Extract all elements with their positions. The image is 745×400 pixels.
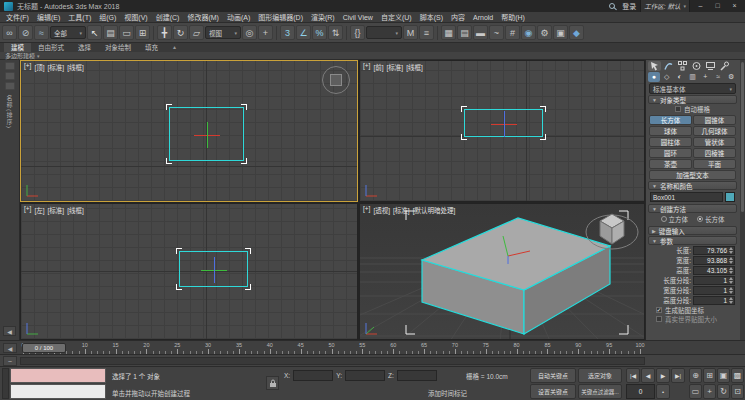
parameter-spinner-4[interactable]: 1 xyxy=(693,286,735,295)
viewport-top[interactable]: [+] [顶] [标准] [线框] xyxy=(20,60,358,202)
key-mode-toggle[interactable]: • xyxy=(656,384,670,399)
keyboard-entry-rollout-header[interactable]: ▶ 键盘输入 xyxy=(648,226,737,235)
toggle-layer-explorer-icon[interactable]: ▤ xyxy=(457,25,472,40)
menu-item-3[interactable]: 组(G) xyxy=(95,12,120,23)
app-logo-icon[interactable] xyxy=(4,2,13,11)
selected-objects-dropdown[interactable]: 选定对象 xyxy=(578,368,622,383)
helpers-category[interactable]: + xyxy=(699,72,711,82)
scene-explorer-strip[interactable]: 名称(排序) ◀ xyxy=(0,60,20,340)
viewport-shading-button[interactable]: [标准] xyxy=(393,205,410,215)
menu-item-13[interactable]: 内容 xyxy=(447,12,469,23)
unlink-selection-icon[interactable]: ⊘ xyxy=(18,25,33,40)
spinner-down-icon[interactable] xyxy=(729,301,733,304)
menu-item-9[interactable]: 渲染(R) xyxy=(307,12,339,23)
edit-named-selection-sets-icon[interactable]: {} xyxy=(350,25,365,40)
viewport-menu-button[interactable]: [+] xyxy=(24,205,31,215)
object-button-6[interactable]: 圆环 xyxy=(649,148,692,158)
viewport-name-button[interactable]: [透视] xyxy=(373,205,390,215)
orbit-button[interactable]: ↻ xyxy=(717,384,730,399)
creation-method-option-1[interactable]: 长方体 xyxy=(697,214,725,224)
maximize-button[interactable]: □ xyxy=(711,0,724,12)
key-filters-button[interactable]: 关键点过滤器... xyxy=(578,384,622,399)
viewcube[interactable] xyxy=(322,66,350,94)
curve-editor-icon[interactable]: ~ xyxy=(489,25,504,40)
viewport-shading-button[interactable]: [标准] xyxy=(387,62,404,72)
y-coordinate-field[interactable] xyxy=(345,370,385,381)
modify-tab[interactable] xyxy=(662,61,675,71)
create-viewport-layout-tab-button[interactable]: ◀ xyxy=(3,326,16,336)
track-bar-strip[interactable] xyxy=(20,357,645,365)
geometry-category[interactable]: ● xyxy=(648,72,660,82)
maxscript-macro-recorder-field[interactable] xyxy=(10,368,106,383)
schematic-view-icon[interactable]: # xyxy=(505,25,520,40)
time-slider[interactable]: 0 / 100 xyxy=(22,343,66,353)
name-color-rollout-header[interactable]: ▼ 名称和颜色 xyxy=(648,181,737,190)
play-button[interactable]: ▶ xyxy=(656,368,670,383)
selection-filter-dropdown[interactable]: 全部▾ xyxy=(50,26,86,39)
timeline-ruler[interactable]: 0 / 100 05101520253035404550556065707580… xyxy=(20,341,645,355)
spinner-down-icon[interactable] xyxy=(729,251,733,254)
use-pivot-point-icon[interactable]: ◎ xyxy=(242,25,257,40)
rendered-frame-window-icon[interactable]: ▣ xyxy=(553,25,568,40)
parameter-spinner-3[interactable]: 1 xyxy=(693,276,735,285)
x-coordinate-field[interactable] xyxy=(293,370,333,381)
viewport-shading-button[interactable]: [标准] xyxy=(48,62,65,72)
ribbon-collapse-icon[interactable]: ▴ xyxy=(173,43,176,52)
creation-method-option-0[interactable]: 立方体 xyxy=(661,214,689,224)
select-and-scale-icon[interactable]: ▱ xyxy=(189,25,204,40)
select-and-link-icon[interactable]: ∞ xyxy=(2,25,17,40)
scene-explorer-filter-icon[interactable] xyxy=(5,72,15,80)
menu-item-1[interactable]: 编辑(E) xyxy=(33,12,64,23)
y-axis-gizmo[interactable] xyxy=(207,122,208,148)
viewport-left[interactable]: [+] [左] [标准] [线框] xyxy=(20,203,358,340)
z-axis-gizmo[interactable] xyxy=(504,111,505,137)
bind-to-space-warp-icon[interactable]: ≈ xyxy=(34,25,49,40)
ribbon-tab-1[interactable]: 自由形式 xyxy=(31,43,71,52)
ribbon-tab-3[interactable]: 对象绘制 xyxy=(98,43,138,52)
object-color-swatch[interactable] xyxy=(725,192,735,202)
pan-view-button[interactable]: + xyxy=(703,384,716,399)
lights-category[interactable]: ◐ xyxy=(674,72,686,82)
object-button-7[interactable]: 四棱锥 xyxy=(693,148,736,158)
menu-item-6[interactable]: 修改器(M) xyxy=(183,12,223,23)
shapes-category[interactable]: ◇ xyxy=(661,72,673,82)
spinner-arrows[interactable] xyxy=(728,247,734,254)
menu-item-11[interactable]: 自定义(U) xyxy=(377,12,416,23)
maxscript-listener-field[interactable] xyxy=(10,384,106,399)
box-wireframe-left-view[interactable] xyxy=(179,251,248,287)
spinner-up-icon[interactable] xyxy=(729,297,733,300)
spinner-up-icon[interactable] xyxy=(729,267,733,270)
checkbox-icon[interactable]: ✓ xyxy=(656,307,662,313)
object-button-2[interactable]: 球体 xyxy=(649,126,692,136)
object-button-1[interactable]: 圆锥体 xyxy=(693,115,736,125)
go-to-end-button[interactable]: ▶| xyxy=(671,368,685,383)
viewport-shading-button[interactable]: [标准] xyxy=(48,205,65,215)
menu-item-7[interactable]: 动画(A) xyxy=(223,12,254,23)
ribbon-tab-4[interactable]: 填充 xyxy=(138,43,165,52)
spinner-down-icon[interactable] xyxy=(729,261,733,264)
select-and-move-icon[interactable]: ╋ xyxy=(157,25,172,40)
toggle-ribbon-icon[interactable]: ▬ xyxy=(473,25,488,40)
parameters-rollout-header[interactable]: ▼ 参数 xyxy=(648,236,737,245)
menu-item-5[interactable]: 创建(C) xyxy=(152,12,184,23)
parameter-spinner-0[interactable]: 79.766 xyxy=(693,246,735,255)
parameter-spinner-1[interactable]: 93.868 xyxy=(693,256,735,265)
select-object-icon[interactable]: ↖ xyxy=(87,25,102,40)
spinner-arrows[interactable] xyxy=(728,277,734,284)
object-button-4[interactable]: 圆柱体 xyxy=(649,137,692,147)
viewport-wireframe-button[interactable]: [线框] xyxy=(406,62,423,72)
menu-item-12[interactable]: 脚本(S) xyxy=(416,12,447,23)
spinner-arrows[interactable] xyxy=(728,287,734,294)
selection-lock-toggle[interactable] xyxy=(266,376,279,390)
angle-snap-icon[interactable]: ∠ xyxy=(296,25,311,40)
viewport-menu-button[interactable]: [+] xyxy=(24,62,31,72)
command-panel-scrollbar[interactable] xyxy=(740,60,745,340)
align-icon[interactable]: ≡ xyxy=(419,25,434,40)
object-button-textplus[interactable]: 加强型文本 xyxy=(649,170,736,180)
object-button-5[interactable]: 管状体 xyxy=(693,137,736,147)
select-and-rotate-icon[interactable]: ↻ xyxy=(173,25,188,40)
menu-item-14[interactable]: Arnold xyxy=(469,12,497,23)
object-name-field[interactable]: Box001 xyxy=(650,192,723,202)
ribbon-panel[interactable]: 多边形建模▾ xyxy=(0,52,745,60)
current-frame-field[interactable]: 0 xyxy=(626,384,655,399)
